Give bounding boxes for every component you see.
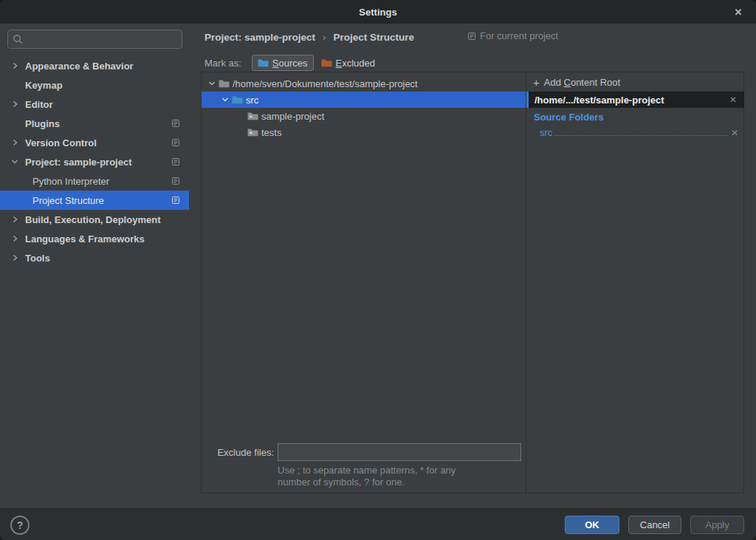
help-icon[interactable]: ? — [10, 516, 30, 535]
chevron-right-icon[interactable] — [10, 215, 19, 224]
folder-excluded-icon — [321, 58, 332, 67]
source-folders-title: Source Folders — [534, 112, 604, 123]
sidebar-item-plugins[interactable]: Plugins — [0, 114, 189, 133]
add-content-root-label: Add Content Root — [544, 77, 620, 88]
folder-sources-icon — [258, 58, 269, 67]
sidebar-item-label: Build, Execution, Deployment — [25, 214, 160, 225]
apply-button: Apply — [690, 516, 744, 534]
per-project-settings-icon — [171, 177, 180, 188]
per-project-settings-icon — [171, 138, 180, 149]
tree-row-label: src — [246, 95, 258, 106]
sidebar-item-label: Python Interpreter — [32, 176, 109, 187]
add-content-root-button[interactable]: + Add Content Root — [533, 77, 620, 88]
settings-sidebar: Appearance & Behavior Keymap Editor Plug… — [0, 24, 189, 504]
sidebar-item-editor[interactable]: Editor — [0, 95, 189, 114]
sidebar-item-label: Appearance & Behavior — [25, 61, 134, 72]
sidebar-item-label: Version Control — [25, 137, 97, 148]
chevron-right-icon[interactable] — [10, 234, 19, 243]
chevron-down-icon[interactable] — [221, 95, 230, 104]
scope-note: For current project — [467, 30, 558, 41]
breadcrumb: Project: sample-project › Project Struct… — [205, 30, 414, 44]
sidebar-item-tools[interactable]: Tools — [0, 248, 189, 267]
plus-icon: + — [533, 78, 540, 87]
per-project-settings-icon — [171, 157, 180, 168]
tree-row-src[interactable]: src — [202, 92, 526, 108]
folder-icon — [247, 112, 258, 120]
remove-content-root-icon[interactable]: ✕ — [722, 95, 744, 105]
chevron-right-icon[interactable] — [10, 100, 19, 109]
tree-row-content-root[interactable]: /home/sven/Dokumente/test/sample-project — [202, 75, 526, 92]
mark-as-toolbar: Mark as: Sources Excluded — [205, 54, 381, 72]
sidebar-list: Appearance & Behavior Keymap Editor Plug… — [0, 56, 189, 267]
exclude-hint-line1: Use ; to separate name patterns, * for a… — [278, 465, 456, 476]
sidebar-item-keymap[interactable]: Keymap — [0, 75, 189, 95]
sidebar-item-python-interpreter[interactable]: Python Interpreter — [0, 171, 189, 191]
search-input[interactable] — [27, 33, 177, 46]
breadcrumb-separator-icon: › — [323, 32, 326, 43]
sidebar-item-label: Languages & Frameworks — [25, 233, 145, 245]
content-root-path: /home/.../test/sample-project — [535, 95, 722, 106]
close-icon[interactable]: ✕ — [728, 0, 749, 24]
footer-buttons: OK Cancel Apply — [565, 516, 744, 534]
content-roots-panel: + Add Content Root /home/.../test/sample… — [526, 72, 744, 493]
chevron-right-icon[interactable] — [10, 61, 19, 70]
project-structure-panel: /home/sven/Dokumente/test/sample-project… — [201, 72, 744, 493]
chevron-down-icon[interactable] — [207, 79, 216, 88]
ok-button[interactable]: OK — [565, 516, 619, 534]
chevron-right-icon[interactable] — [10, 253, 19, 262]
tree-row-label: sample-project — [261, 111, 324, 122]
sidebar-item-label: Project: sample-project — [25, 157, 132, 168]
chevron-right-icon[interactable] — [10, 138, 19, 147]
content-root-row[interactable]: /home/.../test/sample-project ✕ — [526, 92, 744, 108]
scope-note-label: For current project — [480, 30, 558, 41]
cancel-button[interactable]: Cancel — [628, 516, 681, 534]
tree-row-label: /home/sven/Dokumente/test/sample-project — [233, 78, 418, 89]
settings-search-box[interactable] — [7, 30, 182, 49]
breadcrumb-page: Project Structure — [333, 32, 414, 43]
sidebar-item-languages-frameworks[interactable]: Languages & Frameworks — [0, 229, 189, 248]
remove-source-folder-icon[interactable]: ✕ — [731, 128, 741, 140]
sidebar-item-build-execution-deployment[interactable]: Build, Execution, Deployment — [0, 210, 189, 229]
source-folder-row[interactable]: src ✕ — [540, 125, 741, 140]
mark-excluded-button[interactable]: Excluded — [315, 55, 381, 71]
selection-bar — [526, 92, 529, 108]
dialog-footer: ? OK Cancel Apply — [0, 508, 756, 540]
exclude-files-label: Exclude files: — [205, 444, 274, 462]
mark-sources-label: Sources — [272, 58, 308, 69]
sidebar-item-project-structure[interactable]: Project Structure — [0, 191, 189, 210]
sidebar-item-project-sample-project[interactable]: Project: sample-project — [0, 152, 189, 171]
dotted-leader — [555, 135, 728, 136]
source-folder-name: src — [540, 127, 552, 140]
mark-excluded-label: Excluded — [336, 58, 375, 69]
settings-dialog: Settings ✕ Appearance & Behavior Keymap … — [0, 0, 756, 540]
mark-sources-button[interactable]: Sources — [252, 55, 314, 71]
folder-icon — [219, 79, 230, 88]
per-project-settings-icon — [171, 119, 180, 130]
folder-sources-icon — [232, 95, 243, 104]
exclude-hint-line2: number of symbols, ? for one. — [278, 476, 405, 488]
sidebar-item-label: Editor — [25, 99, 53, 110]
sidebar-item-appearance-behavior[interactable]: Appearance & Behavior — [0, 56, 189, 75]
tree-row-sample-project[interactable]: sample-project — [202, 108, 526, 124]
tree-row-tests[interactable]: tests — [202, 124, 526, 140]
search-icon — [13, 34, 23, 44]
breadcrumb-project[interactable]: Project: sample-project — [205, 32, 315, 43]
tree-row-label: tests — [261, 127, 281, 138]
sidebar-item-label: Plugins — [25, 118, 60, 129]
sidebar-item-version-control[interactable]: Version Control — [0, 133, 189, 152]
chevron-down-icon[interactable] — [10, 157, 19, 166]
per-project-settings-icon — [467, 32, 476, 41]
sidebar-item-label: Tools — [25, 253, 50, 264]
dialog-title: Settings — [359, 7, 396, 18]
mark-as-label: Mark as: — [205, 58, 241, 69]
directory-tree: /home/sven/Dokumente/test/sample-project… — [202, 72, 526, 493]
exclude-files-input[interactable] — [278, 443, 521, 461]
per-project-settings-icon — [171, 196, 180, 207]
sidebar-item-label: Keymap — [25, 80, 63, 91]
sidebar-item-label: Project Structure — [32, 195, 104, 206]
title-bar: Settings ✕ — [0, 0, 756, 24]
folder-icon — [247, 128, 258, 137]
